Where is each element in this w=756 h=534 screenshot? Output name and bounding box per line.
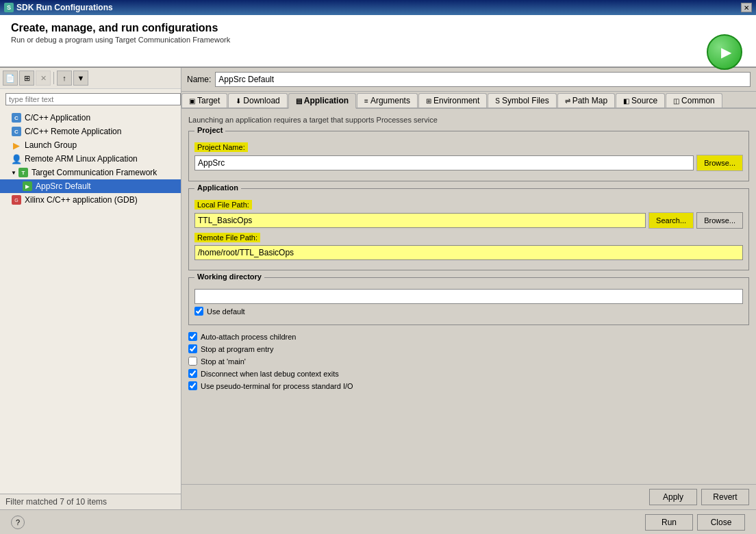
run-icon xyxy=(707,34,742,70)
stop-entry-row: Stop at program entry xyxy=(188,344,749,353)
sidebar-item-cpp-app[interactable]: C C/C++ Application xyxy=(0,111,181,125)
tab-path-map[interactable]: ⇌ Path Map xyxy=(557,93,615,107)
tab-common[interactable]: ◫ Common xyxy=(666,93,722,107)
appsrc-icon: ▶ xyxy=(22,181,33,192)
expand-icon: ▼ xyxy=(11,170,16,176)
tab-environment[interactable]: ⊞ Environment xyxy=(418,93,487,107)
tab-label: Arguments xyxy=(370,96,410,105)
new-config-button[interactable]: 📄 xyxy=(3,71,18,86)
revert-button[interactable]: Revert xyxy=(701,489,749,505)
disconnect-checkbox[interactable] xyxy=(188,369,197,378)
pseudo-terminal-checkbox[interactable] xyxy=(188,381,197,390)
sidebar-item-tcf[interactable]: ▼ T Target Communication Framework xyxy=(0,166,181,179)
sidebar-item-launch-group[interactable]: ▶ Launch Group xyxy=(0,138,181,152)
working-dir-label: Working directory xyxy=(194,272,264,281)
tab-label: Download xyxy=(243,96,279,105)
window-title: SDK Run Configurations xyxy=(16,3,113,12)
apply-button[interactable]: Apply xyxy=(649,489,697,505)
name-label: Name: xyxy=(187,75,211,84)
run-close-buttons: Run Close xyxy=(645,514,745,531)
auto-attach-row: Auto-attach process children xyxy=(188,332,749,341)
tab-label: Target xyxy=(197,96,220,105)
environment-tab-icon: ⊞ xyxy=(426,97,431,105)
local-browse-button[interactable]: Browse... xyxy=(696,212,743,229)
sidebar-item-label: AppSrc Default xyxy=(36,181,91,191)
remote-file-label: Remote File Path: xyxy=(194,233,260,242)
sidebar-item-xilinx-gdb[interactable]: G Xilinx C/C++ application (GDB) xyxy=(0,193,181,207)
search-button[interactable]: Search... xyxy=(648,212,694,229)
use-default-checkbox[interactable] xyxy=(194,307,203,316)
working-dir-group: Working directory Use default xyxy=(188,277,749,325)
duplicate-config-button[interactable]: ⊞ xyxy=(19,71,34,86)
tcf-icon: T xyxy=(18,167,29,178)
project-browse-button[interactable]: Browse... xyxy=(696,155,743,171)
source-tab-icon: ◧ xyxy=(623,97,629,105)
sidebar-item-label: Remote ARM Linux Application xyxy=(25,154,138,164)
tab-label: Path Map xyxy=(572,96,607,105)
tab-target[interactable]: ▣ Target xyxy=(181,93,227,107)
project-group-label: Project xyxy=(194,126,225,134)
remote-arm-icon: 👤 xyxy=(11,153,22,164)
close-button[interactable]: Close xyxy=(697,514,745,531)
sidebar-item-label: C/C++ Application xyxy=(25,113,90,123)
stop-entry-checkbox[interactable] xyxy=(188,344,197,353)
local-file-input[interactable] xyxy=(194,213,646,228)
app-icon: S xyxy=(4,3,14,12)
tab-application[interactable]: ▤ Application xyxy=(288,93,356,109)
sidebar-item-cpp-remote[interactable]: C C/C++ Remote Application xyxy=(0,125,181,138)
local-file-label: Local File Path: xyxy=(194,200,252,209)
close-window-button[interactable]: ✕ xyxy=(741,3,752,12)
arguments-tab-icon: ≡ xyxy=(364,97,368,105)
help-button[interactable]: ? xyxy=(11,516,25,529)
use-default-label: Use default xyxy=(207,307,245,316)
delete-config-button[interactable]: ✕ xyxy=(36,71,51,86)
tab-source[interactable]: ◧ Source xyxy=(616,93,665,107)
tab-download[interactable]: ⬇ Download xyxy=(228,93,287,107)
tree-area: C C/C++ Application C C/C++ Remote Appli… xyxy=(0,110,181,494)
toolbar-separator xyxy=(53,72,54,84)
name-input[interactable] xyxy=(215,72,751,87)
very-bottom-bar: ? Run Close xyxy=(0,509,756,534)
sidebar-item-label: Launch Group xyxy=(25,140,77,150)
filter-status: Filter matched 7 of 10 items xyxy=(5,497,107,507)
application-group: Application Local File Path: Search... B… xyxy=(188,188,749,270)
use-default-row: Use default xyxy=(194,307,743,316)
tab-label: Source xyxy=(631,96,657,105)
info-text: Launching an application requires a targ… xyxy=(188,116,749,124)
sidebar-item-appsrc-default[interactable]: ▶ AppSrc Default xyxy=(0,179,181,193)
tabs-bar: ▣ Target ⬇ Download ▤ Application ≡ Argu… xyxy=(181,92,756,109)
import-config-button[interactable]: ▼ xyxy=(73,71,88,86)
cpp-app-icon: C xyxy=(11,112,22,123)
export-config-button[interactable]: ↑ xyxy=(57,71,72,86)
download-tab-icon: ⬇ xyxy=(236,97,241,105)
target-tab-icon: ▣ xyxy=(189,97,195,105)
tab-symbol-files[interactable]: S Symbol Files xyxy=(488,93,556,107)
sidebar: 📄 ⊞ ✕ ↑ ▼ C C/C++ Application C C/C++ Re… xyxy=(0,68,181,509)
tab-label: Symbol Files xyxy=(502,96,549,105)
main-subtitle: Run or debug a program using Target Comm… xyxy=(11,36,745,44)
main-header: Create, manage, and run configurations R… xyxy=(0,15,756,67)
working-dir-input[interactable] xyxy=(194,289,743,304)
run-button[interactable]: Run xyxy=(645,514,693,531)
launch-group-icon: ▶ xyxy=(11,140,22,151)
tab-arguments[interactable]: ≡ Arguments xyxy=(357,93,418,107)
stop-main-checkbox[interactable] xyxy=(188,357,197,366)
run-icon-area xyxy=(707,34,742,70)
symbol-files-tab-icon: S xyxy=(495,97,500,105)
remote-file-input[interactable] xyxy=(194,245,743,260)
path-map-tab-icon: ⇌ xyxy=(565,97,570,105)
sidebar-item-label: Target Communication Framework xyxy=(32,168,157,177)
auto-attach-checkbox[interactable] xyxy=(188,332,197,341)
filter-input[interactable] xyxy=(5,93,181,105)
disconnect-label: Disconnect when last debug context exits xyxy=(201,370,339,378)
tab-label: Environment xyxy=(433,96,479,105)
sidebar-toolbar: 📄 ⊞ ✕ ↑ ▼ xyxy=(0,68,181,89)
project-name-label: Project Name: xyxy=(194,142,248,152)
xilinx-gdb-icon: G xyxy=(11,194,22,205)
application-group-label: Application xyxy=(194,183,241,192)
filter-area xyxy=(0,89,181,110)
stop-main-label: Stop at 'main' xyxy=(201,357,246,366)
project-group: Project Project Name: Browse... xyxy=(188,131,749,181)
project-name-input[interactable] xyxy=(194,155,694,170)
sidebar-item-remote-arm[interactable]: 👤 Remote ARM Linux Application xyxy=(0,152,181,166)
